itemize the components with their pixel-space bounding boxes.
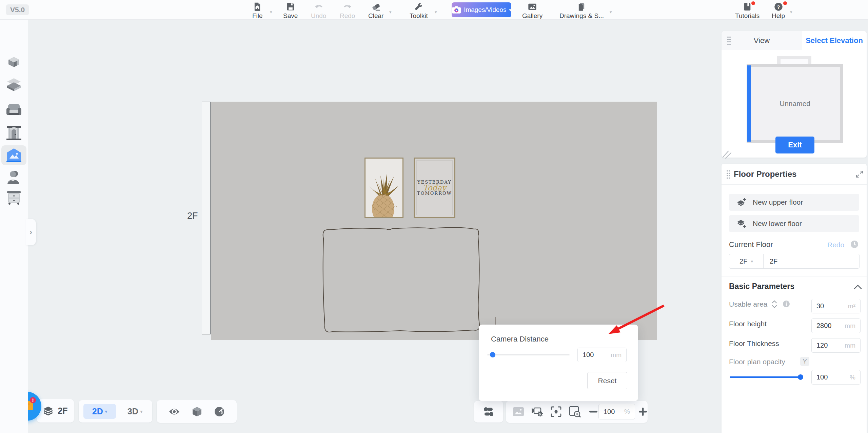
zoom-out-icon[interactable] (589, 410, 597, 413)
speed-dial-icon[interactable] (214, 406, 225, 417)
file-label: File (252, 13, 263, 20)
floor-height-input[interactable]: 2800 mm (811, 318, 861, 333)
poster-line-tomorrow: TOMORROW (417, 191, 452, 195)
camera-distance-input[interactable]: 100 mm (577, 348, 627, 362)
exit-label: Exit (788, 141, 802, 149)
undo-button[interactable]: Undo (311, 2, 326, 20)
tab-select-elevation-label: Select Elevation (806, 36, 863, 45)
expand-panel-icon[interactable] (856, 170, 863, 178)
drawings-button[interactable]: Drawings & S... ▾ (559, 2, 604, 20)
sidebar-item-floor-tiles[interactable] (0, 78, 28, 93)
exit-button[interactable]: Exit (775, 137, 814, 153)
floor-redo-link[interactable]: Redo (827, 241, 844, 249)
sidebar-item-furniture[interactable] (0, 102, 28, 117)
mode-3d-label: 3D (127, 407, 138, 416)
redo-label: Redo (340, 13, 355, 20)
artwork-pineapple[interactable] (364, 158, 403, 218)
floor-switch-button[interactable]: 2F (37, 399, 74, 422)
toolkit-button[interactable]: Toolkit ▾ (410, 2, 428, 20)
tab-view-label: View (754, 36, 770, 45)
mode-2d-caret-icon: ▾ (105, 409, 107, 414)
floor-name-input[interactable]: 2F (764, 254, 859, 268)
opacity-slider-knob[interactable] (798, 374, 803, 380)
opacity-input[interactable]: 100 % (811, 370, 861, 385)
wall-corner-icon (6, 55, 22, 70)
left-sidebar (0, 19, 28, 433)
redo-button[interactable]: Redo (340, 2, 355, 20)
floor-select-value: 2F (739, 257, 747, 265)
history-clock-icon[interactable] (850, 240, 859, 248)
floor-select-dropdown[interactable]: 2F ▾ (729, 254, 764, 268)
save-button[interactable]: Save (283, 2, 298, 20)
sidebar-item-wall-corner[interactable] (0, 55, 28, 70)
help-notification-dot (783, 1, 787, 5)
document-icon (577, 2, 586, 12)
clear-caret-icon: ▾ (389, 9, 392, 15)
focus-center-icon[interactable] (551, 406, 561, 417)
sidebar-item-floorplan-images[interactable] (0, 147, 28, 163)
help-button[interactable]: ? Help ▾ (772, 2, 785, 20)
toolkit-caret-icon: ▾ (435, 9, 437, 15)
collapse-section-icon[interactable] (854, 284, 862, 290)
new-lower-floor-icon (736, 219, 747, 228)
new-upper-floor-label: New upper floor (753, 198, 803, 206)
zoom-region-icon[interactable] (569, 406, 581, 417)
mode-3d-button[interactable]: 3D ▾ (121, 404, 149, 419)
floor-thickness-label: Floor Thickness (729, 339, 779, 348)
cube-view-icon[interactable] (192, 406, 202, 417)
panel-drag-handle[interactable] (726, 170, 730, 179)
panel-resize-handle[interactable] (722, 150, 732, 159)
floor-properties-title: Floor Properties (734, 169, 796, 179)
floor-properties-panel: Floor Properties New upper floor New low… (722, 164, 867, 433)
tab-view[interactable]: View (722, 31, 802, 50)
toggles-icon (483, 406, 494, 417)
snapshot-icon-disabled[interactable] (513, 407, 524, 416)
tutorials-button[interactable]: Tutorials (735, 2, 760, 20)
floor-thickness-input[interactable]: 120 mm (811, 338, 861, 353)
new-lower-floor-button[interactable]: New lower floor (729, 215, 859, 232)
sketch-rectangle[interactable] (319, 224, 486, 336)
zoom-level-input[interactable]: 100 % (598, 404, 635, 419)
file-icon (253, 2, 262, 12)
panel-drag-handle[interactable] (727, 36, 731, 45)
file-button[interactable]: File ▾ (252, 2, 263, 20)
camera-settings-icon[interactable] (531, 406, 544, 417)
wrench-icon (414, 2, 423, 12)
sidebar-expand-handle[interactable]: › (26, 219, 36, 245)
drawings-label: Drawings & S... (559, 13, 604, 20)
artwork-typography[interactable]: YESTERDAY Today TOMORROW (414, 158, 455, 218)
sidebar-item-figures[interactable] (0, 170, 28, 185)
sketch-stub-line (495, 317, 496, 325)
tutorials-label: Tutorials (735, 13, 760, 20)
camera-distance-value: 100 (583, 351, 594, 359)
sidebar-item-doors-windows[interactable] (0, 125, 28, 141)
usable-area-input[interactable]: 30 m² (811, 299, 861, 313)
file-caret-icon: ▾ (270, 9, 272, 15)
images-videos-button[interactable]: Images/Videos ▾ (452, 2, 511, 17)
new-upper-floor-button[interactable]: New upper floor (729, 194, 859, 211)
zoom-in-icon[interactable] (639, 408, 647, 416)
tab-select-elevation[interactable]: Select Elevation (802, 31, 867, 50)
usable-area-swap-icon[interactable] (771, 300, 777, 309)
sidebar-item-storage[interactable] (0, 190, 28, 205)
images-videos-caret-icon: ▾ (509, 7, 511, 13)
clear-label: Clear (368, 13, 383, 20)
usable-area-value: 30 (816, 302, 824, 310)
camera-distance-slider-track[interactable] (487, 354, 570, 355)
mode-2d-button[interactable]: 2D ▾ (83, 404, 116, 419)
canvas-floor-label: 2F (187, 211, 198, 221)
poster-line-today: Today (423, 185, 446, 190)
toggles-button[interactable] (474, 401, 503, 422)
clear-button[interactable]: Clear ▾ (368, 2, 383, 20)
elevation-tabs: View Select Elevation (722, 31, 867, 50)
doorway-icon (6, 125, 22, 141)
reset-button[interactable]: Reset (587, 372, 627, 389)
gallery-button[interactable]: Gallery (522, 2, 542, 20)
opacity-slider-track[interactable] (730, 376, 803, 378)
usable-area-info-icon[interactable] (783, 300, 790, 308)
visibility-eye-icon[interactable] (169, 407, 180, 416)
camera-distance-slider-knob[interactable] (490, 352, 495, 357)
elevation-panel: View Select Elevation Unnamed Exit (722, 31, 867, 158)
tutorials-book-icon (743, 2, 752, 12)
wall-section-strip[interactable] (202, 102, 211, 334)
